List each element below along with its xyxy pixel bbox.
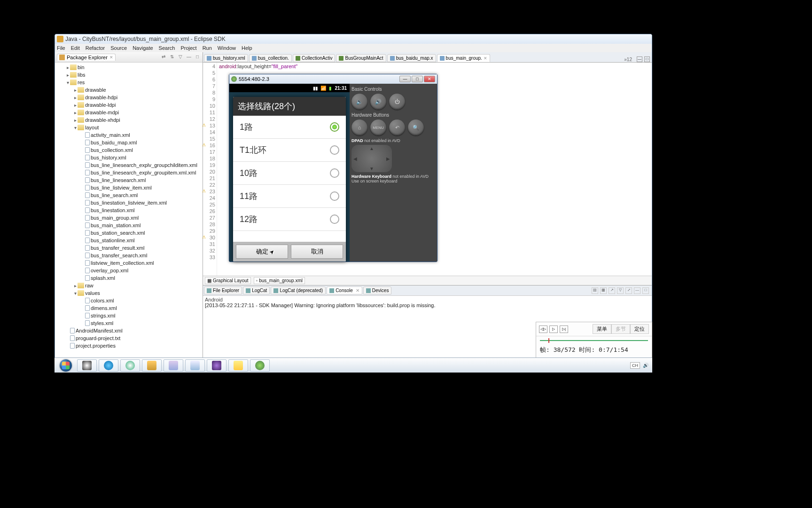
minimize-icon[interactable]: ― <box>186 54 192 61</box>
console-tab[interactable]: Console✕ <box>327 286 362 294</box>
menu-edit[interactable]: Edit <box>71 45 80 51</box>
tree-item[interactable]: bus_main_group.xml <box>55 214 203 222</box>
search-button[interactable]: 🔍 <box>408 119 424 135</box>
console-tool-icon[interactable]: ▽ <box>617 287 624 294</box>
menu-tab[interactable]: 菜单 <box>593 324 611 334</box>
taskbar-app-avd[interactable] <box>250 359 270 372</box>
windows-taskbar[interactable]: CH 🔊 <box>55 357 652 373</box>
volume-up-button[interactable]: 🔊 <box>370 94 386 110</box>
menu-button[interactable]: MENU <box>370 119 386 135</box>
device-screen[interactable]: ▮▮ 📶 ▮ 21:31 选择线路(28个) 1路T1北环10路11路12路 确… <box>229 84 350 262</box>
start-button[interactable] <box>56 359 75 372</box>
tree-item[interactable]: styles.xml <box>55 319 203 327</box>
tree-item[interactable]: proguard-project.txt <box>55 334 203 342</box>
package-tree[interactable]: ▸bin▸libs▾res▸drawable▸drawable-hdpi▸dra… <box>55 63 203 358</box>
tree-item[interactable]: bus_transfer_result.xml <box>55 244 203 252</box>
taskbar-app-notepad[interactable] <box>185 359 205 372</box>
tree-item[interactable]: bus_line_listview_item.xml <box>55 184 203 191</box>
console-tab[interactable]: LogCat <box>243 286 270 294</box>
collapse-all-icon[interactable]: ⇄ <box>160 54 167 61</box>
maximize-button[interactable]: □ <box>412 76 423 82</box>
route-option[interactable]: 10路 <box>233 162 346 185</box>
tree-item[interactable]: ▸bin <box>55 64 203 71</box>
console-tab[interactable]: LogCat (deprecated) <box>271 286 326 294</box>
tree-item[interactable]: ▸raw <box>55 282 203 289</box>
tree-item[interactable]: ▾res <box>55 79 203 86</box>
xml-source-tab[interactable]: ▫bus_main_group.xml <box>254 277 305 284</box>
link-editor-icon[interactable]: ⇅ <box>169 54 175 61</box>
route-option[interactable]: T1北环 <box>233 139 346 162</box>
tree-item[interactable]: colors.xml <box>55 297 203 304</box>
minimize-icon[interactable]: ― <box>637 56 642 62</box>
menu-refactor[interactable]: Refactor <box>86 45 105 51</box>
minimize-button[interactable]: ― <box>399 76 411 82</box>
volume-down-button[interactable]: 🔈 <box>351 94 367 110</box>
locate-tab[interactable]: 定位 <box>630 324 649 334</box>
tree-item[interactable]: bus_transfer_search.xml <box>55 252 203 259</box>
tree-item[interactable]: bus_history.xml <box>55 154 203 161</box>
tree-item[interactable]: bus_line_linesearch_explv_groupchilditem… <box>55 161 203 169</box>
editor-tab[interactable]: BusGroupMainAct <box>336 54 386 62</box>
back-button[interactable]: ↶ <box>389 119 405 135</box>
android-emulator-window[interactable]: 5554:480-2.3 ― □ ✕ ▮▮ 📶 ▮ 21:31 选择线路(28个… <box>229 74 437 262</box>
graphical-layout-tab[interactable]: ▦Graphical Layout <box>205 277 251 284</box>
radio-button[interactable] <box>330 191 339 201</box>
radio-button[interactable] <box>330 168 339 178</box>
editor-tab[interactable]: bus_baidu_map.x <box>387 54 436 62</box>
tree-item[interactable]: bus_baidu_map.xml <box>55 139 203 146</box>
tree-item[interactable]: ▸libs <box>55 71 203 79</box>
tree-item[interactable]: ▾values <box>55 289 203 297</box>
tree-item[interactable]: bus_station_search.xml <box>55 229 203 237</box>
tree-item[interactable]: AndroidManifest.xml <box>55 327 203 334</box>
tree-item[interactable]: project.properties <box>55 342 203 349</box>
route-option[interactable]: 11路 <box>233 185 346 208</box>
next-frame-button[interactable]: ▷| <box>560 325 568 333</box>
taskbar-app-kugou[interactable] <box>99 359 118 372</box>
route-list[interactable]: 1路T1北环10路11路12路 <box>233 116 346 242</box>
maximize-icon[interactable]: □ <box>644 56 650 62</box>
taskbar-app-5[interactable] <box>164 359 183 372</box>
tree-item[interactable]: bus_line_linesearch_explv_groupitem.xml.… <box>55 169 203 176</box>
console-tab[interactable]: Devices <box>363 286 392 294</box>
radio-button[interactable] <box>330 122 339 132</box>
radio-button[interactable] <box>330 145 339 155</box>
package-explorer-tab[interactable]: Package Explorer ✕ <box>57 54 116 61</box>
taskbar-app-sticky[interactable] <box>228 359 248 372</box>
menu-navigate[interactable]: Navigate <box>133 45 153 51</box>
tray-speaker-icon[interactable]: 🔊 <box>643 363 648 368</box>
prev-frame-button[interactable]: ◁▷ <box>539 325 547 333</box>
tree-item[interactable]: bus_line_search.xml <box>55 191 203 199</box>
tree-item[interactable]: ▸drawable-hdpi <box>55 94 203 101</box>
tree-item[interactable]: bus_stationline.xml <box>55 237 203 244</box>
tree-item[interactable]: strings.xml <box>55 312 203 319</box>
tree-item[interactable]: ▸drawable <box>55 86 203 94</box>
video-player-panel[interactable]: ◁▷ ▷ ▷| 菜单 多节 定位 帧: 38/572 时间: 0:7/1:54 <box>536 322 652 358</box>
taskbar-app-eclipse[interactable] <box>207 359 226 372</box>
tree-item[interactable]: bus_collection.xml <box>55 146 203 154</box>
maximize-icon[interactable]: □ <box>194 54 201 61</box>
console-tool-icon[interactable]: ― <box>634 287 640 294</box>
power-button[interactable]: ⏻ <box>389 94 405 110</box>
tree-item[interactable]: bus_line_linesearch.xml <box>55 176 203 184</box>
route-option[interactable]: 1路 <box>233 116 346 139</box>
tree-item[interactable]: listview_item_collection.xml <box>55 259 203 267</box>
tree-item[interactable]: ▸drawable-xhdpi <box>55 116 203 124</box>
emulator-titlebar[interactable]: 5554:480-2.3 ― □ ✕ <box>229 74 437 84</box>
console-tool-icon[interactable]: ⤢ <box>625 287 632 294</box>
tree-item[interactable]: bus_linestation.xml <box>55 206 203 214</box>
menu-window[interactable]: Window <box>218 45 236 51</box>
view-menu-icon[interactable]: ▽ <box>177 54 184 61</box>
tree-item[interactable]: ▾layout <box>55 124 203 131</box>
tree-item[interactable]: bus_main_station.xml <box>55 222 203 229</box>
eclipse-titlebar[interactable]: Java - CityBusNT/res/layout/bus_main_gro… <box>55 34 652 44</box>
menu-search[interactable]: Search <box>159 45 175 51</box>
taskbar-app-qq[interactable] <box>77 359 97 372</box>
route-option[interactable]: 12路 <box>233 208 346 231</box>
seek-bar[interactable] <box>540 337 648 344</box>
console-tab[interactable]: File Explorer <box>204 286 242 294</box>
tree-item[interactable]: activity_main.xml <box>55 131 203 139</box>
close-icon[interactable]: ✕ <box>109 55 113 60</box>
close-button[interactable]: ✕ <box>424 76 435 82</box>
tab-overflow[interactable]: »12 <box>621 57 635 62</box>
menu-project[interactable]: Project <box>180 45 196 51</box>
